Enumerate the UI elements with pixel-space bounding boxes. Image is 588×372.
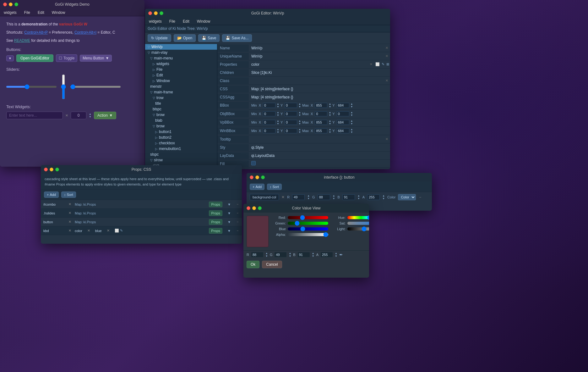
save-button[interactable]: 💾 Save — [198, 34, 220, 42]
bbox-max-x[interactable] — [315, 103, 327, 108]
winbbox-min-y[interactable] — [285, 128, 297, 133]
prop-view-icon[interactable]: ⊞ — [385, 62, 390, 66]
objbbox-max-y[interactable] — [337, 111, 349, 116]
fill-checkbox[interactable] — [251, 161, 256, 165]
css-icon2[interactable]: ✎ — [120, 229, 123, 233]
text-input[interactable] — [6, 112, 63, 119]
close-button[interactable] — [3, 3, 7, 6]
editor-minimize-button[interactable] — [154, 11, 158, 15]
iface-maximize-button[interactable] — [261, 175, 265, 179]
css-minus-hslides[interactable]: － — [233, 210, 242, 216]
tree-item-brow1[interactable]: ▽ brow — [145, 112, 217, 118]
bbox-max-y[interactable] — [337, 103, 349, 108]
tree-item-main-vlay[interactable]: ▽ main-vlay — [145, 50, 217, 55]
maximize-button[interactable] — [14, 3, 18, 6]
vpbbox-min-y[interactable] — [285, 120, 297, 125]
b-spinner[interactable]: ▲▼ — [357, 194, 360, 200]
b-input[interactable] — [342, 194, 355, 200]
tree-item-button2[interactable]: ▷ button2 — [145, 135, 217, 140]
css-clear-combo[interactable]: ✕ — [66, 201, 72, 207]
css-minus-kbd[interactable]: － — [233, 227, 242, 234]
css-icon1[interactable]: ⬜ — [115, 229, 119, 233]
color-b-input[interactable] — [297, 252, 310, 258]
color-r-spinner[interactable]: ▲▼ — [265, 252, 268, 258]
editor-menu-file[interactable]: File — [168, 19, 177, 24]
prop-edit-icon[interactable]: ✎ — [381, 62, 385, 66]
iface-add-button[interactable]: + Add — [250, 184, 264, 190]
number-input[interactable] — [71, 112, 86, 119]
color-eyedropper-icon[interactable]: ✒ — [339, 252, 343, 257]
spinner[interactable]: ▲▼ — [277, 119, 279, 125]
color-a-input[interactable] — [320, 252, 333, 258]
color-g-spinner[interactable]: ▲▼ — [289, 252, 291, 258]
tree-item-menstr[interactable]: menstr — [145, 84, 217, 89]
prop-clear-icon[interactable]: ✕ — [384, 136, 390, 142]
menu-edit[interactable]: Edit — [36, 10, 46, 15]
ok-button[interactable]: Ok — [247, 261, 259, 268]
tree-item-brow2[interactable]: ▽ brow — [145, 123, 217, 129]
tree-item-file[interactable]: ▷ File — [145, 67, 217, 72]
objbbox-minx-spinner[interactable]: ▲▼ — [277, 111, 279, 117]
color-close-button[interactable] — [247, 206, 250, 210]
css-dd-button[interactable]: ▼ — [225, 219, 233, 225]
css-minus-combo[interactable]: － — [233, 201, 242, 208]
color-g-input[interactable] — [274, 252, 287, 258]
text-clear-button[interactable]: ✕ — [65, 114, 68, 118]
tree-item-slspc[interactable]: slspc — [145, 152, 217, 157]
iface-clear-icon[interactable]: ✕ — [281, 195, 285, 199]
bbox-minx-spinner[interactable]: ▲▼ — [277, 103, 279, 108]
winbbox-max-x[interactable] — [315, 128, 327, 133]
open-button[interactable]: 📂 Open — [174, 34, 196, 42]
tree-item-blspc[interactable]: blspc — [145, 106, 217, 112]
red-slider[interactable] — [288, 216, 328, 219]
tree-item-main-menu[interactable]: ▽ main-menu — [145, 55, 217, 61]
css-clear-hslides[interactable]: ✕ — [66, 210, 72, 216]
minimize-button[interactable] — [9, 3, 13, 6]
props-css-minimize-button[interactable] — [50, 168, 53, 171]
spinner[interactable]: ▲▼ — [351, 119, 353, 125]
alpha-slider[interactable] — [288, 233, 328, 236]
dropdown-arrow-button[interactable]: ▼ — [6, 55, 14, 61]
css-sort-button[interactable]: ↕ Sort — [61, 192, 76, 198]
vpbbox-max-x[interactable] — [315, 120, 327, 125]
tree-item-window[interactable]: ▷ Window — [145, 78, 217, 84]
down-arrow-icon[interactable]: ▼ — [89, 115, 91, 118]
readme-link[interactable]: README — [14, 38, 30, 43]
objbbox-maxx-spinner[interactable]: ▲▼ — [329, 111, 331, 117]
r-spinner[interactable]: ▲▼ — [307, 194, 310, 200]
vpbbox-max-y[interactable] — [337, 120, 349, 125]
spinner[interactable]: ▲▼ — [329, 119, 331, 125]
tree-item-winvp[interactable]: ▽ WinVp — [145, 44, 217, 50]
bbox-min-x[interactable] — [263, 103, 275, 108]
spinner[interactable]: ▲▼ — [277, 128, 279, 134]
save-as-button[interactable]: 💾 Save As... — [222, 34, 252, 42]
sat-slider[interactable] — [347, 222, 369, 225]
green-slider[interactable] — [288, 222, 328, 225]
color-r-input[interactable] — [251, 252, 264, 258]
tree-item-blab[interactable]: blab — [145, 118, 217, 123]
css-minus-button[interactable]: － — [233, 219, 242, 225]
css-clear-button[interactable]: ✕ — [66, 219, 72, 225]
a-spinner[interactable]: ▲▼ — [382, 194, 385, 200]
props-css-maximize-button[interactable] — [55, 168, 59, 171]
tree-item-menubutton1[interactable]: ▷ menubutton1 — [145, 146, 217, 152]
color-minimize-button[interactable] — [252, 206, 256, 210]
objbbox-miny-spinner[interactable]: ▲▼ — [298, 111, 301, 117]
css-dd-hslides[interactable]: ▼ — [225, 210, 233, 216]
objbbox-maxy-spinner[interactable]: ▲▼ — [351, 111, 353, 117]
color-maximize-button[interactable] — [258, 206, 262, 210]
winbbox-max-y[interactable] — [337, 128, 349, 133]
editor-menu-edit[interactable]: Edit — [182, 19, 191, 24]
spinner[interactable]: ▲▼ — [329, 128, 331, 134]
up-arrow-icon[interactable]: ▲ — [89, 113, 91, 115]
g-spinner[interactable]: ▲▼ — [333, 194, 335, 200]
action-button[interactable]: Action ▼ — [94, 112, 116, 119]
editor-menu-widgets[interactable]: widgets — [148, 19, 163, 24]
editor-maximize-button[interactable] — [160, 11, 163, 15]
open-gogi-editor-button[interactable]: Open GoGiEditor — [16, 54, 53, 62]
editor-close-button[interactable] — [148, 11, 152, 15]
tree-item-button1[interactable]: ▷ button1 — [145, 129, 217, 135]
tree-item-slrow[interactable]: ▽ slrow — [145, 157, 217, 163]
css-dd-kbd[interactable]: ▼ — [225, 228, 233, 234]
css-clear-kbd[interactable]: ✕ — [66, 228, 72, 234]
